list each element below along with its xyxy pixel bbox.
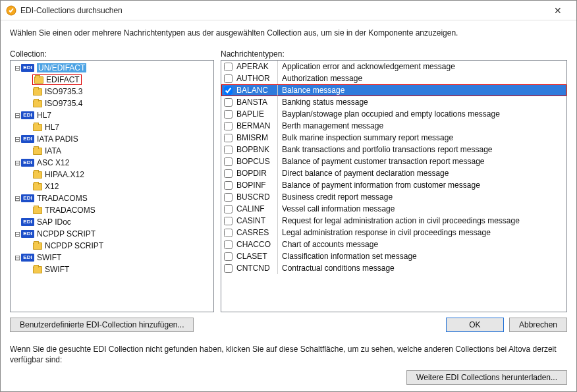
message-row[interactable]: CASINTRequest for legal administration a… — [221, 215, 566, 227]
message-row[interactable]: BOPCUSBalance of payment customer transa… — [221, 155, 566, 167]
message-row[interactable]: CHACCOChart of accounts message — [221, 238, 566, 250]
tree-item-label: IATA PADIS — [37, 134, 78, 144]
titlebar: EDI-Collections durchsuchen ✕ — [1, 1, 576, 20]
tree-item-label: ISO9735.4 — [45, 99, 82, 108]
message-checkbox[interactable] — [224, 134, 233, 142]
tree-item[interactable]: ⊞IATA — [11, 145, 213, 157]
message-code: APERAK — [235, 62, 277, 71]
message-row[interactable]: CASRESLegal administration response in c… — [221, 227, 566, 238]
message-description: Request for legal administration action … — [278, 216, 566, 225]
message-checkbox[interactable] — [224, 157, 233, 166]
messagetypes-list[interactable]: APERAKApplication error and acknowledgem… — [221, 61, 566, 312]
message-checkbox[interactable] — [224, 110, 233, 119]
message-code: BOPDIR — [235, 169, 277, 178]
tree-item[interactable]: ⊟EDISWIFT — [11, 252, 213, 264]
tree-item-label: NCPDP SCRIPT — [45, 241, 103, 250]
tree-item[interactable]: ⊟EDIHL7 — [11, 109, 213, 121]
collapse-icon[interactable]: ⊟ — [13, 111, 21, 119]
tree-item[interactable]: ⊞HL7 — [11, 121, 213, 133]
message-checkbox[interactable] — [224, 252, 233, 261]
folder-icon — [33, 100, 42, 107]
message-checkbox[interactable] — [224, 229, 233, 237]
message-row[interactable]: CNTCNDContractual conditions message — [221, 262, 566, 274]
message-description: Contractual conditions message — [278, 264, 566, 273]
add-custom-collection-button[interactable]: Benutzerdefinierte EDI-Collection hinzuf… — [10, 318, 194, 332]
tree-item[interactable]: ⊞EDIFACT — [11, 74, 213, 86]
download-collections-button[interactable]: Weitere EDI Collections herunterladen... — [406, 370, 567, 385]
message-checkbox[interactable] — [224, 205, 233, 213]
tree-item[interactable]: ⊟EDIASC X12 — [11, 157, 213, 169]
message-description: Business credit report message — [278, 192, 566, 202]
tree-item-label: TRADACOMS — [45, 206, 96, 215]
intro-text: Wählen Sie einen oder mehrere Nachrichte… — [10, 28, 567, 38]
message-row[interactable]: BOPBNKBank transactions and portfolio tr… — [221, 144, 566, 155]
close-button[interactable]: ✕ — [545, 5, 571, 16]
folder-icon — [33, 183, 42, 190]
collapse-icon[interactable]: ⊟ — [13, 254, 21, 262]
message-row[interactable]: BERMANBerth management message — [221, 120, 566, 132]
tree-item[interactable]: ⊞SWIFT — [11, 264, 213, 275]
tree-item[interactable]: ⊞X12 — [11, 181, 213, 192]
collection-tree[interactable]: ⊟EDIUN/EDIFACT⊞EDIFACT⊞ISO9735.3⊞ISO9735… — [10, 60, 214, 312]
tree-item[interactable]: ⊟EDIUN/EDIFACT — [11, 62, 213, 74]
message-row[interactable]: APERAKApplication error and acknowledgem… — [221, 61, 566, 72]
edi-badge-icon: EDI — [21, 64, 34, 72]
ok-button[interactable]: OK — [446, 318, 504, 332]
message-checkbox[interactable] — [224, 240, 233, 249]
collapse-icon[interactable]: ⊟ — [13, 135, 21, 143]
tree-item[interactable]: ⊞TRADACOMS — [11, 204, 213, 216]
message-row[interactable]: CLASETClassification information set mes… — [221, 250, 566, 262]
edi-badge-icon: EDI — [21, 230, 34, 238]
tree-item[interactable]: ⊞ISO9735.3 — [11, 86, 213, 98]
message-checkbox[interactable] — [224, 169, 233, 178]
edi-badge-icon: EDI — [21, 254, 34, 262]
tree-item[interactable]: ⊟EDITRADACOMS — [11, 192, 213, 204]
message-description: Bayplan/stowage plan occupied and empty … — [278, 109, 566, 119]
message-checkbox[interactable] — [224, 193, 233, 202]
tree-item-label: ASC X12 — [37, 158, 69, 167]
message-description: Bank transactions and portfolio transact… — [278, 145, 566, 154]
tree-item[interactable]: ⊞EDISAP IDoc — [11, 216, 213, 228]
message-description: Bulk marine inspection summary report me… — [278, 133, 566, 142]
message-row[interactable]: BAPLIEBayplan/stowage plan occupied and … — [221, 108, 566, 120]
dialog-window: EDI-Collections durchsuchen ✕ Wählen Sie… — [0, 0, 577, 392]
message-checkbox[interactable] — [224, 181, 233, 190]
message-row[interactable]: BANSTABanking status message — [221, 96, 566, 108]
cancel-button[interactable]: Abbrechen — [509, 318, 567, 332]
message-checkbox[interactable] — [224, 98, 233, 107]
message-description: Legal administration response in civil p… — [278, 228, 566, 237]
message-description: Chart of accounts message — [278, 240, 566, 249]
tree-item-label: HL7 — [37, 111, 51, 120]
message-checkbox[interactable] — [224, 264, 233, 273]
message-checkbox[interactable] — [224, 217, 233, 225]
message-checkbox[interactable] — [224, 74, 233, 83]
tree-item[interactable]: ⊞HIPAA.X12 — [11, 169, 213, 181]
message-checkbox[interactable] — [224, 86, 233, 95]
folder-icon — [33, 148, 42, 155]
message-row[interactable]: BOPDIRDirect balance of payment declarat… — [221, 167, 566, 179]
collapse-icon[interactable]: ⊟ — [13, 230, 21, 238]
tree-item[interactable]: ⊞NCPDP SCRIPT — [11, 240, 213, 252]
message-row[interactable]: BMISRMBulk marine inspection summary rep… — [221, 132, 566, 144]
message-description: Banking status message — [278, 98, 566, 107]
tree-item-label: HL7 — [45, 123, 59, 132]
collapse-icon[interactable]: ⊟ — [13, 159, 21, 167]
message-row[interactable]: BUSCRDBusiness credit report message — [221, 191, 566, 203]
collapse-icon[interactable]: ⊟ — [13, 64, 21, 72]
message-row[interactable]: AUTHORAuthorization message — [221, 72, 566, 84]
collapse-icon[interactable]: ⊟ — [13, 194, 21, 202]
edi-badge-icon: EDI — [21, 135, 34, 143]
message-row[interactable]: BALANCBalance message — [221, 84, 566, 96]
message-checkbox[interactable] — [224, 122, 233, 130]
folder-icon — [33, 171, 42, 179]
message-row[interactable]: BOPINFBalance of payment information fro… — [221, 179, 566, 191]
messagetypes-label: Nachrichtentypen: — [221, 49, 567, 59]
message-row[interactable]: CALINFVessel call information message — [221, 203, 566, 215]
tree-item[interactable]: ⊟EDIIATA PADIS — [11, 133, 213, 145]
tree-item[interactable]: ⊟EDINCPDP SCRIPT — [11, 228, 213, 240]
message-checkbox[interactable] — [224, 146, 233, 154]
messagetypes-column: Nachrichtentypen: APERAKApplication erro… — [221, 49, 567, 332]
message-checkbox[interactable] — [224, 63, 233, 71]
message-code: CALINF — [235, 204, 277, 213]
tree-item[interactable]: ⊞ISO9735.4 — [11, 98, 213, 109]
